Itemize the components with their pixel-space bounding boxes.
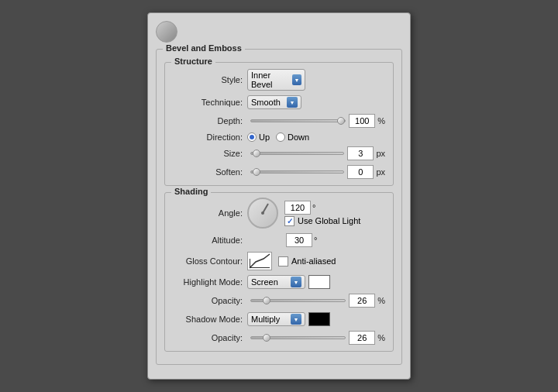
highlight-color-swatch[interactable] xyxy=(308,275,330,289)
structure-section: Structure Style: Inner Bevel Technique: … xyxy=(164,62,394,186)
angle-inputs: ° Use Global Light xyxy=(284,201,360,226)
bevel-emboss-section: Bevel and Emboss Structure Style: Inner … xyxy=(156,49,402,365)
highlight-opacity-input[interactable] xyxy=(349,294,375,308)
direction-up-item[interactable]: Up xyxy=(247,132,270,142)
soften-slider[interactable] xyxy=(250,170,344,174)
highlight-mode-label: Highlight Mode: xyxy=(173,277,243,287)
size-row: Size: px xyxy=(173,146,385,160)
direction-label: Direction: xyxy=(173,132,243,142)
highlight-mode-value: Screen xyxy=(251,277,278,287)
global-light-label: Use Global Light xyxy=(298,216,360,225)
angle-label: Angle: xyxy=(173,208,243,218)
direction-group: Up Down xyxy=(247,132,309,142)
highlight-opacity-thumb[interactable] xyxy=(263,297,270,304)
direction-down-label: Down xyxy=(288,132,309,142)
highlight-mode-row: Highlight Mode: Screen xyxy=(173,275,385,289)
size-thumb[interactable] xyxy=(253,150,260,157)
soften-unit: px xyxy=(376,167,385,177)
size-label: Size: xyxy=(173,149,243,158)
highlight-mode-arrow-icon xyxy=(291,277,301,287)
gloss-contour-label: Gloss Contour: xyxy=(173,256,243,266)
anti-aliased-label: Anti-aliased xyxy=(291,256,336,266)
anti-aliased-checkbox[interactable] xyxy=(278,256,288,266)
depth-thumb[interactable] xyxy=(337,117,345,125)
style-dropdown[interactable]: Inner Bevel xyxy=(247,69,305,91)
altitude-degree: ° xyxy=(314,236,317,245)
direction-up-label: Up xyxy=(259,132,270,142)
style-row: Style: Inner Bevel xyxy=(173,69,385,91)
shading-label: Shading xyxy=(171,187,211,196)
structure-label: Structure xyxy=(171,57,215,66)
angle-degree: ° xyxy=(312,203,315,212)
shadow-opacity-input[interactable] xyxy=(349,331,375,345)
technique-row: Technique: Smooth xyxy=(173,95,385,109)
direction-down-radio[interactable] xyxy=(276,132,285,142)
depth-row: Depth: % xyxy=(173,114,385,128)
soften-row: Soften: px xyxy=(173,165,385,179)
technique-dropdown[interactable]: Smooth xyxy=(247,95,301,109)
highlight-opacity-row: Opacity: % xyxy=(173,294,385,308)
soften-input[interactable] xyxy=(347,165,374,179)
panel-icon xyxy=(156,21,177,43)
angle-row: Angle: ° Use Global Light xyxy=(173,198,385,229)
panel-header xyxy=(156,21,402,43)
shadow-mode-value: Multiply xyxy=(251,315,280,324)
angle-value-row: ° xyxy=(284,201,360,215)
altitude-input[interactable] xyxy=(286,233,312,247)
technique-label: Technique: xyxy=(173,98,243,107)
shadow-opacity-label: Opacity: xyxy=(173,333,243,342)
altitude-row: Altitude: ° xyxy=(173,233,385,247)
gloss-contour-row: Gloss Contour: Anti-aliased xyxy=(173,252,385,270)
direction-down-item[interactable]: Down xyxy=(276,132,309,142)
angle-input[interactable] xyxy=(284,201,311,215)
shading-section: Shading Angle: ° Use Global Light xyxy=(164,192,394,352)
depth-label: Depth: xyxy=(173,116,243,126)
shadow-mode-arrow-icon xyxy=(291,314,301,325)
direction-up-radio[interactable] xyxy=(247,132,257,142)
style-value: Inner Bevel xyxy=(251,70,289,89)
bevel-emboss-label: Bevel and Emboss xyxy=(163,43,245,53)
bevel-emboss-panel: Bevel and Emboss Structure Style: Inner … xyxy=(147,12,411,380)
style-label: Style: xyxy=(173,75,243,84)
highlight-mode-dropdown[interactable]: Screen xyxy=(247,275,305,289)
direction-row: Direction: Up Down xyxy=(173,132,385,142)
depth-unit: % xyxy=(377,116,385,126)
shadow-mode-dropdown[interactable]: Multiply xyxy=(247,312,305,326)
shadow-opacity-thumb[interactable] xyxy=(263,334,270,342)
global-light-row[interactable]: Use Global Light xyxy=(284,216,360,226)
size-slider[interactable] xyxy=(250,152,344,155)
depth-slider[interactable] xyxy=(250,119,346,122)
dial-line xyxy=(262,203,269,213)
size-input[interactable] xyxy=(347,146,374,160)
highlight-opacity-label: Opacity: xyxy=(173,296,243,305)
gloss-contour-preview[interactable] xyxy=(247,252,272,270)
soften-thumb[interactable] xyxy=(253,168,260,176)
angle-dial[interactable] xyxy=(247,198,278,229)
shadow-mode-label: Shadow Mode: xyxy=(173,315,243,324)
shadow-mode-row: Shadow Mode: Multiply xyxy=(173,312,385,326)
shadow-opacity-slider[interactable] xyxy=(250,336,346,339)
size-unit: px xyxy=(376,149,385,158)
style-arrow-icon xyxy=(292,74,301,85)
shadow-color-swatch[interactable] xyxy=(308,312,330,326)
shadow-opacity-row: Opacity: % xyxy=(173,331,385,345)
technique-value: Smooth xyxy=(251,98,281,107)
highlight-opacity-unit: % xyxy=(377,296,385,305)
shadow-opacity-unit: % xyxy=(377,333,385,342)
highlight-opacity-slider[interactable] xyxy=(250,299,346,302)
depth-input[interactable] xyxy=(349,114,375,128)
global-light-checkbox[interactable] xyxy=(284,216,294,226)
altitude-label: Altitude: xyxy=(173,236,243,245)
anti-aliased-row[interactable]: Anti-aliased xyxy=(278,256,336,266)
technique-arrow-icon xyxy=(287,97,298,108)
soften-label: Soften: xyxy=(173,167,243,177)
